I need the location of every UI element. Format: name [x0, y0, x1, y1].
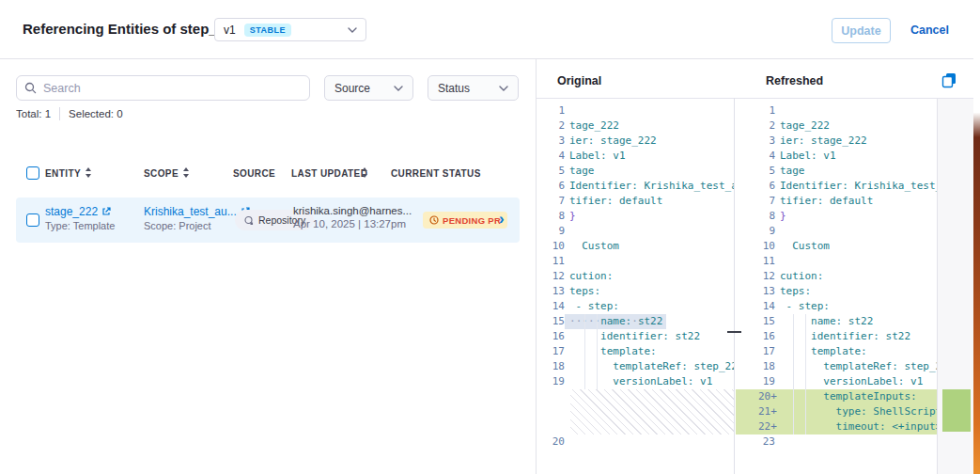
code-line: 17 template: — [736, 344, 937, 359]
header-divider — [0, 58, 980, 59]
code-line-text: tage_222 — [565, 118, 619, 134]
copy-icon[interactable] — [941, 72, 957, 92]
line-number: 18 — [758, 359, 775, 374]
code-line: 23 — [736, 434, 937, 450]
sort-icon[interactable] — [85, 167, 92, 178]
code-line-text: versionLabel: v1 — [565, 374, 712, 389]
code-line-text — [775, 254, 780, 269]
line-number: 18 — [550, 359, 565, 374]
entity-type: Type: Template — [45, 220, 115, 231]
code-line-text: tage_222 — [775, 118, 830, 134]
chevron-down-icon — [348, 27, 357, 33]
line-number: 11 — [550, 254, 565, 269]
code-line-text: versionLabel: v1 — [775, 374, 923, 389]
column-header-last-updated[interactable]: LAST UPDATED — [291, 168, 367, 179]
code-line-text: identifier: st22 — [775, 329, 910, 344]
code-line: 9 — [736, 224, 937, 239]
line-number: 14 — [758, 299, 775, 314]
code-line-text — [565, 103, 569, 118]
indent-guide — [793, 314, 794, 434]
table-row[interactable]: stage_222 Type: Template Krishika_test_a… — [16, 198, 520, 243]
total-count: Total: 1 — [16, 108, 51, 119]
code-line-text: template: — [565, 344, 657, 359]
source-filter-label: Source — [334, 82, 370, 95]
code-line: 7tifier: default — [537, 194, 734, 209]
code-line-text: } — [775, 209, 786, 224]
line-number: 1 — [758, 103, 775, 118]
source-filter-dropdown[interactable]: Source — [324, 75, 413, 101]
line-number: 19 — [550, 374, 565, 389]
column-header-entity[interactable]: ENTITY — [45, 168, 81, 179]
selected-count: Selected: 0 — [69, 108, 123, 119]
updated-at: Apr 10, 2025 | 13:27pm — [293, 218, 412, 229]
code-line: 7tifier: default — [736, 194, 937, 209]
code-line: 2tage_222 — [537, 118, 734, 134]
code-line: 14 - step: — [537, 299, 734, 314]
code-line: 1 — [537, 103, 734, 118]
line-number: 13 — [758, 284, 775, 299]
code-line-text: ier: stage_222 — [565, 134, 657, 149]
code-line: 5tage — [537, 164, 734, 179]
code-line-text: Custom — [775, 239, 830, 254]
search-input[interactable] — [43, 82, 302, 95]
scroll-position-marker — [727, 331, 741, 333]
code-line-text: timeout: <+input> — [775, 419, 937, 434]
code-line: 21+ type: ShellScript — [736, 404, 937, 419]
line-number: 6 — [758, 179, 775, 194]
code-line-text: teps: — [565, 284, 600, 299]
repository-icon — [243, 215, 254, 226]
entity-link[interactable]: stage_222 — [45, 205, 115, 218]
line-number: 10 — [550, 239, 565, 254]
original-code-editor[interactable]: 12tage_2223ier: stage_2224Label: v15tage… — [537, 103, 734, 450]
column-header-source: SOURCE — [233, 168, 275, 179]
line-number: 3 — [758, 134, 775, 149]
entity-cell: stage_222 Type: Template — [45, 205, 115, 231]
row-expand-chevron-icon[interactable]: › — [499, 210, 505, 229]
line-number: 21+ — [758, 404, 775, 419]
code-line-text: tifier: default — [565, 194, 662, 209]
column-header-scope[interactable]: SCOPE — [144, 168, 179, 179]
code-line: 10 Custom — [537, 239, 734, 254]
line-number: 12 — [758, 269, 775, 284]
code-line: 18 templateRef: step_222 — [537, 359, 734, 374]
chevron-down-icon — [394, 86, 403, 91]
line-number: 22+ — [758, 419, 775, 434]
entity-name: stage_222 — [45, 205, 98, 218]
line-number: 13 — [550, 284, 565, 299]
cancel-button[interactable]: Cancel — [910, 24, 949, 37]
updated-by: krishika.singh@harnes... — [293, 205, 412, 216]
version-select[interactable]: v1 STABLE — [214, 18, 366, 41]
scope-link[interactable]: Krishika_test_au... — [144, 205, 250, 218]
code-line-text: } — [565, 209, 576, 224]
row-checkbox[interactable] — [26, 213, 39, 227]
code-line: 1 — [736, 103, 937, 118]
code-line: 12cution: — [537, 269, 734, 284]
code-line-text: Custom — [565, 239, 619, 254]
line-number: 2 — [550, 118, 565, 134]
indent-guide — [597, 314, 598, 389]
code-line: 10 Custom — [736, 239, 937, 254]
stable-badge: STABLE — [244, 24, 291, 37]
status-badge: PENDING PR — [423, 212, 507, 229]
line-number: 17 — [550, 344, 565, 359]
search-input-wrapper[interactable] — [16, 75, 310, 101]
code-line: 5tage — [736, 164, 937, 179]
line-number: 3 — [550, 134, 565, 149]
original-panel-title: Original — [557, 74, 601, 87]
code-line: 8} — [736, 209, 937, 224]
line-number: 23 — [758, 434, 775, 450]
sort-icon[interactable] — [182, 167, 190, 178]
code-line-text — [565, 224, 569, 239]
line-number: 12 — [550, 269, 565, 284]
last-updated-cell: krishika.singh@harnes... Apr 10, 2025 | … — [293, 205, 412, 229]
refreshed-code-editor[interactable]: 12tage_2223ier: stage_2224Label: v15tage… — [736, 103, 937, 450]
chevron-down-icon — [499, 86, 508, 91]
code-line: 19 versionLabel: v1 — [537, 374, 734, 389]
sort-icon[interactable] — [361, 167, 368, 178]
select-all-checkbox[interactable] — [26, 166, 39, 180]
update-button[interactable]: Update — [832, 18, 891, 43]
line-number: 19 — [758, 374, 775, 389]
code-line-text: tage — [775, 164, 805, 179]
code-line-text: - step: — [565, 299, 619, 314]
status-filter-dropdown[interactable]: Status — [428, 75, 519, 101]
